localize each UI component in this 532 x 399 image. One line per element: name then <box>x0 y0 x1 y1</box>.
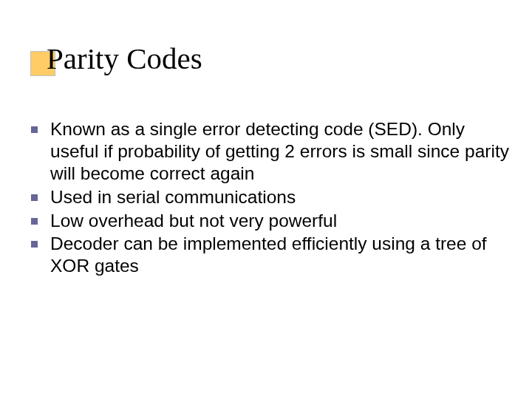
bullet-list: Known as a single error detecting code (… <box>27 118 514 277</box>
list-item: Known as a single error detecting code (… <box>27 118 514 185</box>
list-item: Decoder can be implemented efficiently u… <box>27 233 514 277</box>
body-area: Known as a single error detecting code (… <box>27 118 514 279</box>
bullet-text: Known as a single error detecting code (… <box>50 119 509 183</box>
bullet-text: Low overhead but not very powerful <box>50 211 337 231</box>
slide-title: Parity Codes <box>30 41 503 76</box>
list-item: Used in serial communications <box>27 186 514 208</box>
title-area: Parity Codes <box>30 41 503 76</box>
bullet-text: Used in serial communications <box>50 187 296 207</box>
slide: Parity Codes Known as a single error det… <box>0 0 532 399</box>
bullet-text: Decoder can be implemented efficiently u… <box>50 233 487 276</box>
list-item: Low overhead but not very powerful <box>27 210 514 232</box>
